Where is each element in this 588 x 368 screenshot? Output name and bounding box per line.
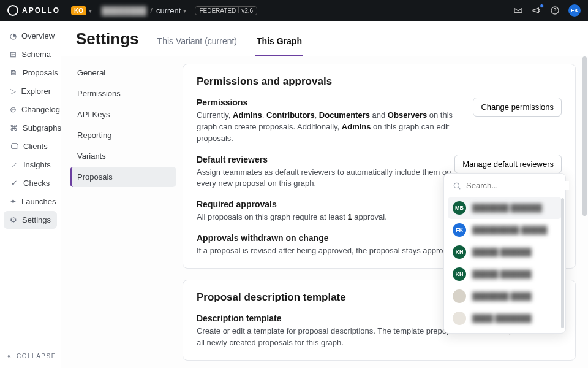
subgraph-icon: ⌘ — [10, 123, 18, 132]
sidebar-item-proposals[interactable]: 🗎Proposals — [4, 64, 57, 82]
sidebar-item-subgraphs[interactable]: ⌘Subgraphs — [4, 119, 57, 137]
page-title: Settings — [76, 29, 139, 48]
rocket-icon: ✦ — [10, 197, 17, 206]
section-text: If a proposal is revised after being app… — [197, 245, 466, 257]
reviewer-picker-popover: MB███████ ██████ FK█████████ █████ KH███… — [443, 173, 566, 334]
permissions-text: Currently, Admins, Contributors, Documen… — [197, 110, 466, 145]
subnav-variants[interactable]: Variants — [70, 146, 176, 166]
user-option[interactable]: FK█████████ █████ — [448, 219, 562, 241]
scrollbar[interactable] — [582, 56, 587, 368]
avatar: KH — [453, 267, 466, 281]
sidebar-item-launches[interactable]: ✦Launches — [4, 193, 57, 210]
logo-icon — [7, 5, 18, 16]
tab-graph[interactable]: This Graph — [255, 36, 303, 56]
sidebar-item-changelog[interactable]: ⊕Changelog — [4, 101, 57, 118]
popover-scrollbar[interactable] — [561, 198, 564, 328]
svg-point-1 — [454, 183, 459, 188]
user-option[interactable]: ███████ ████ — [448, 285, 562, 307]
avatar: KH — [453, 245, 466, 259]
clients-icon: 🖵 — [10, 142, 18, 151]
user-option[interactable]: ████ ███████ — [448, 307, 562, 329]
topbar: APOLLO KO ▾ ████████ / current ▾ FEDERAT… — [0, 0, 588, 21]
manage-reviewers-button[interactable]: Manage default reviewers — [454, 155, 562, 174]
check-icon: ✓ — [10, 178, 18, 188]
notification-dot — [540, 4, 544, 8]
insights-icon: ⟋ — [10, 160, 18, 169]
page-header: Settings This Variant (current) This Gra… — [61, 21, 588, 56]
settings-subnav: General Permissions API Keys Reporting V… — [61, 56, 183, 368]
chevron-down-icon[interactable]: ▾ — [183, 7, 186, 14]
user-option[interactable]: KH█████ ██████ — [448, 263, 562, 285]
play-icon: ▷ — [10, 86, 17, 96]
announcement-icon[interactable] — [532, 6, 541, 15]
logo[interactable]: APOLLO — [7, 5, 60, 16]
avatar — [453, 312, 466, 325]
subnav-permissions[interactable]: Permissions — [70, 83, 176, 104]
collapse-button[interactable]: «COLLAPSE — [0, 344, 61, 368]
breadcrumb-variant[interactable]: current — [156, 6, 181, 15]
avatar: FK — [453, 223, 466, 237]
subnav-reporting[interactable]: Reporting — [70, 125, 176, 145]
breadcrumb-graph[interactable]: ████████ — [102, 6, 147, 15]
card-title: Permissions and approvals — [197, 75, 562, 88]
subnav-general[interactable]: General — [70, 63, 176, 83]
federation-badge: FEDERATEDv2.6 — [195, 6, 257, 15]
schema-icon: ⊞ — [10, 50, 17, 59]
sidebar-item-explorer[interactable]: ▷Explorer — [4, 82, 57, 100]
org-badge[interactable]: KO — [71, 6, 86, 15]
sidebar: ◔Overview ⊞Schema 🗎Proposals ▷Explorer ⊕… — [0, 21, 61, 368]
help-icon[interactable] — [550, 6, 560, 15]
sidebar-item-clients[interactable]: 🖵Clients — [4, 137, 57, 155]
changelog-icon: ⊕ — [10, 105, 17, 114]
user-option[interactable]: KH█████ ██████ — [448, 241, 562, 263]
section-text: All proposals on this graph require at l… — [197, 212, 466, 223]
section-text: Assign teammates as default reviewers to… — [197, 167, 466, 190]
gauge-icon: ◔ — [10, 31, 17, 40]
sidebar-item-checks[interactable]: ✓Checks — [4, 174, 57, 192]
sidebar-item-settings[interactable]: ⚙Settings — [4, 211, 57, 229]
document-icon: 🗎 — [10, 68, 18, 77]
chevron-down-icon[interactable]: ▾ — [89, 7, 92, 14]
avatar: MB — [453, 201, 466, 215]
user-option[interactable]: MB███████ ██████ — [448, 197, 562, 219]
permissions-section: Permissions Currently, Admins, Contribut… — [197, 98, 562, 145]
change-permissions-button[interactable]: Change permissions — [473, 98, 562, 117]
avatar — [453, 289, 466, 303]
search-icon — [453, 182, 461, 190]
reviewer-search-input[interactable] — [466, 181, 569, 190]
gear-icon: ⚙ — [10, 215, 17, 224]
subnav-apikeys[interactable]: API Keys — [70, 104, 176, 125]
inbox-icon[interactable] — [513, 6, 523, 15]
subnav-proposals[interactable]: Proposals — [70, 167, 176, 187]
sidebar-item-schema[interactable]: ⊞Schema — [4, 45, 57, 63]
tab-variant[interactable]: This Variant (current) — [156, 36, 238, 55]
sidebar-item-overview[interactable]: ◔Overview — [4, 27, 57, 45]
logo-text: APOLLO — [22, 6, 60, 15]
collapse-icon: « — [7, 353, 12, 359]
breadcrumb-separator: / — [150, 6, 153, 15]
sidebar-item-insights[interactable]: ⟋Insights — [4, 156, 57, 174]
user-avatar[interactable]: FK — [568, 4, 581, 17]
